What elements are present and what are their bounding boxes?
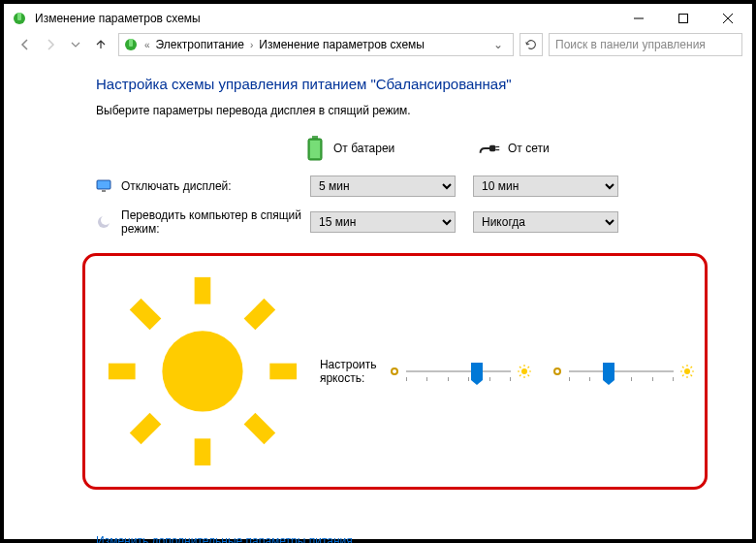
svg-rect-15 xyxy=(102,190,106,192)
display-off-plugged-select[interactable]: 10 мин xyxy=(473,176,618,197)
sun-icon xyxy=(95,264,310,479)
app-icon xyxy=(12,11,27,26)
nav-up-button[interactable] xyxy=(89,33,112,56)
sleep-battery-select[interactable]: 15 мин xyxy=(310,211,456,233)
nav-recent-button[interactable] xyxy=(64,33,87,56)
page-subtitle: Выберите параметры перевода дисплея в сп… xyxy=(96,104,694,117)
svg-rect-7 xyxy=(129,39,133,47)
svg-line-23 xyxy=(136,304,156,325)
svg-line-34 xyxy=(528,374,530,376)
minimize-button[interactable] xyxy=(616,4,661,33)
page-title: Настройка схемы управления питанием "Сба… xyxy=(96,76,694,92)
chevron-right-icon: « xyxy=(142,40,152,50)
titlebar: Изменение параметров схемы xyxy=(4,4,752,33)
navbar: « Электропитание › Изменение параметров … xyxy=(4,33,752,56)
svg-point-27 xyxy=(392,368,397,374)
monitor-icon xyxy=(96,178,111,194)
display-off-battery-select[interactable]: 5 мин xyxy=(310,176,456,197)
power-icon xyxy=(123,37,139,52)
svg-line-36 xyxy=(528,367,530,368)
row-turn-off-display: Отключать дисплей: 5 мин 10 мин xyxy=(96,176,694,197)
svg-point-17 xyxy=(101,215,110,225)
svg-rect-10 xyxy=(310,141,320,158)
sun-large-icon xyxy=(679,364,695,379)
search-input[interactable]: Поиск в панели управления xyxy=(549,33,742,56)
brightness-battery-slider[interactable] xyxy=(389,364,532,379)
column-plugged-in: От сети xyxy=(479,135,605,162)
svg-point-28 xyxy=(521,368,527,374)
plug-icon xyxy=(479,135,500,162)
svg-rect-1 xyxy=(17,13,21,20)
close-button[interactable] xyxy=(706,4,750,33)
svg-line-44 xyxy=(691,374,693,376)
window-title: Изменение параметров схемы xyxy=(35,12,616,25)
refresh-button[interactable] xyxy=(520,33,543,56)
breadcrumb[interactable]: « Электропитание › Изменение параметров … xyxy=(118,33,514,56)
svg-rect-14 xyxy=(97,180,110,189)
chevron-right-icon: › xyxy=(248,40,255,50)
maximize-button[interactable] xyxy=(661,4,706,33)
svg-rect-3 xyxy=(679,15,688,23)
sleep-plugged-select[interactable]: Никогда xyxy=(473,211,618,233)
battery-icon xyxy=(304,135,326,162)
svg-line-33 xyxy=(520,367,521,368)
breadcrumb-root[interactable]: Электропитание xyxy=(156,38,244,51)
svg-rect-11 xyxy=(489,145,495,151)
breadcrumb-dropdown[interactable]: ⌄ xyxy=(488,38,509,51)
svg-line-35 xyxy=(520,374,521,376)
svg-line-46 xyxy=(691,367,693,368)
svg-line-24 xyxy=(250,419,270,439)
svg-line-25 xyxy=(136,419,156,439)
svg-line-43 xyxy=(682,367,684,368)
breadcrumb-current[interactable]: Изменение параметров схемы xyxy=(259,38,425,51)
svg-point-38 xyxy=(684,368,690,374)
svg-line-26 xyxy=(250,304,270,325)
row-sleep: Переводить компьютер в спящий режим: 15 … xyxy=(96,208,694,236)
nav-forward-button[interactable] xyxy=(39,33,62,56)
sun-small-icon xyxy=(389,366,400,377)
link-advanced-settings[interactable]: Изменить дополнительные параметры питани… xyxy=(96,534,694,543)
column-on-battery: От батареи xyxy=(304,135,430,162)
nav-back-button[interactable] xyxy=(14,33,37,56)
sun-small-icon xyxy=(551,366,563,377)
row-brightness-highlighted: Настроить яркость: xyxy=(82,253,708,490)
svg-line-45 xyxy=(682,374,684,376)
moon-icon xyxy=(96,214,111,230)
brightness-plugged-slider[interactable] xyxy=(551,364,695,379)
sun-large-icon xyxy=(517,364,532,379)
svg-point-37 xyxy=(554,368,560,374)
svg-point-18 xyxy=(162,331,242,411)
